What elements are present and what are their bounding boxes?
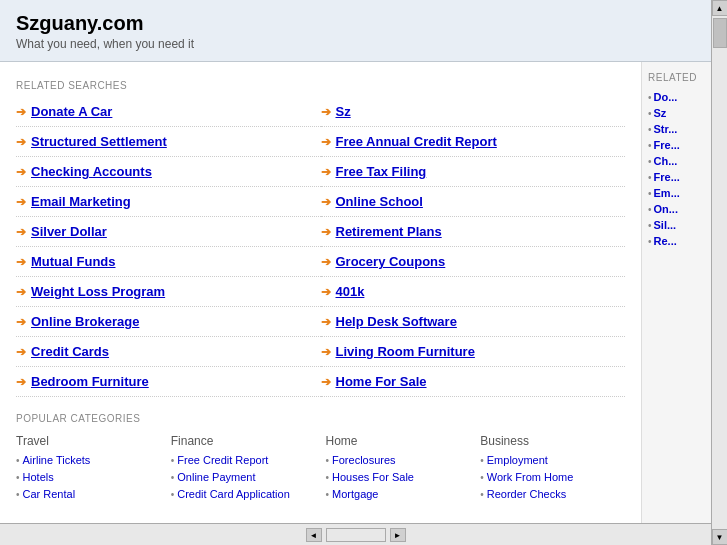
searches-grid: ➔ Donate A Car ➔ Structured Settlement ➔… [0,97,641,397]
arrow-icon: ➔ [16,105,26,119]
popular-col-travel: Travel Airline Tickets Hotels Car Rental [16,434,161,503]
search-link[interactable]: Credit Cards [31,344,109,359]
popular-link[interactable]: Car Rental [23,488,76,500]
list-item: Reorder Checks [480,486,625,501]
sidebar-item: Ch... [648,155,705,167]
vertical-scrollbar[interactable]: ▲ ▼ [711,0,727,545]
search-item: ➔ Free Tax Filing [321,157,626,187]
popular-section: POPULAR CATEGORIES Travel Airline Ticket… [0,397,641,513]
search-item: ➔ Credit Cards [16,337,321,367]
search-item: ➔ Home For Sale [321,367,626,397]
search-link[interactable]: Sz [336,104,351,119]
arrow-icon: ➔ [321,345,331,359]
search-link[interactable]: Weight Loss Program [31,284,165,299]
sidebar-link[interactable]: On... [654,203,678,215]
popular-link[interactable]: Work From Home [487,471,574,483]
popular-link[interactable]: Hotels [23,471,54,483]
search-col-left: ➔ Donate A Car ➔ Structured Settlement ➔… [16,97,321,397]
search-link[interactable]: Mutual Funds [31,254,116,269]
list-item: Foreclosures [326,452,471,467]
scroll-left-button[interactable]: ◄ [306,528,322,542]
search-link[interactable]: Structured Settlement [31,134,167,149]
main-wrapper: RELATED SEARCHES ➔ Donate A Car ➔ Struct… [0,62,711,523]
scrollbar-controls: ◄ ► [306,528,406,542]
arrow-icon: ➔ [16,345,26,359]
popular-link[interactable]: Houses For Sale [332,471,414,483]
sidebar-link[interactable]: Re... [654,235,677,247]
search-link[interactable]: Silver Dollar [31,224,107,239]
sidebar-item: Fre... [648,171,705,183]
search-item: ➔ Mutual Funds [16,247,321,277]
popular-link[interactable]: Free Credit Report [177,454,268,466]
search-item: ➔ Grocery Coupons [321,247,626,277]
scroll-track [712,16,728,529]
search-link[interactable]: Bedroom Furniture [31,374,149,389]
sidebar-link[interactable]: Str... [654,123,678,135]
arrow-icon: ➔ [16,315,26,329]
search-link[interactable]: Retirement Plans [336,224,442,239]
popular-link[interactable]: Airline Tickets [23,454,91,466]
sidebar-link[interactable]: Fre... [654,139,680,151]
search-link[interactable]: Grocery Coupons [336,254,446,269]
arrow-icon: ➔ [16,135,26,149]
popular-link[interactable]: Reorder Checks [487,488,566,500]
scroll-h-track [326,528,386,542]
popular-col-finance-label: Finance [171,434,316,448]
search-link[interactable]: Home For Sale [336,374,427,389]
search-item: ➔ Weight Loss Program [16,277,321,307]
search-item: ➔ Online School [321,187,626,217]
search-link[interactable]: Online Brokerage [31,314,139,329]
site-header: Szguany.com What you need, when you need… [0,0,711,62]
list-item: Free Credit Report [171,452,316,467]
search-item: ➔ Help Desk Software [321,307,626,337]
related-searches-label: RELATED SEARCHES [0,72,641,97]
list-item: Credit Card Application [171,486,316,501]
popular-home-list: Foreclosures Houses For Sale Mortgage [326,452,471,501]
search-item: ➔ Silver Dollar [16,217,321,247]
arrow-icon: ➔ [16,285,26,299]
sidebar-link[interactable]: Sz [654,107,667,119]
search-link[interactable]: Free Tax Filing [336,164,427,179]
sidebar-link[interactable]: Em... [654,187,680,199]
scroll-down-button[interactable]: ▼ [712,529,728,545]
popular-link[interactable]: Mortgage [332,488,378,500]
sidebar-link[interactable]: Sil... [654,219,677,231]
site-subtitle: What you need, when you need it [16,37,695,51]
arrow-icon: ➔ [16,375,26,389]
search-link[interactable]: 401k [336,284,365,299]
search-link[interactable]: Help Desk Software [336,314,457,329]
search-link[interactable]: Donate A Car [31,104,112,119]
scroll-up-button[interactable]: ▲ [712,0,728,16]
search-item: ➔ Free Annual Credit Report [321,127,626,157]
scroll-thumb[interactable] [713,18,727,48]
list-item: Employment [480,452,625,467]
popular-link[interactable]: Online Payment [177,471,255,483]
popular-col-business-label: Business [480,434,625,448]
popular-categories-label: POPULAR CATEGORIES [16,413,625,424]
list-item: Mortgage [326,486,471,501]
search-link[interactable]: Online School [336,194,423,209]
arrow-icon: ➔ [321,375,331,389]
popular-link[interactable]: Employment [487,454,548,466]
arrow-icon: ➔ [321,165,331,179]
search-item: ➔ Living Room Furniture [321,337,626,367]
list-item: Houses For Sale [326,469,471,484]
arrow-icon: ➔ [321,105,331,119]
search-item: ➔ Structured Settlement [16,127,321,157]
search-link[interactable]: Living Room Furniture [336,344,475,359]
popular-col-home: Home Foreclosures Houses For Sale Mortga… [326,434,471,503]
popular-col-finance: Finance Free Credit Report Online Paymen… [171,434,316,503]
search-link[interactable]: Checking Accounts [31,164,152,179]
arrow-icon: ➔ [16,165,26,179]
scroll-right-button[interactable]: ► [390,528,406,542]
sidebar-link[interactable]: Do... [654,91,678,103]
sidebar-link[interactable]: Ch... [654,155,678,167]
search-link[interactable]: Free Annual Credit Report [336,134,497,149]
list-item: Car Rental [16,486,161,501]
sidebar-item: Fre... [648,139,705,151]
popular-link[interactable]: Foreclosures [332,454,396,466]
popular-link[interactable]: Credit Card Application [177,488,290,500]
sidebar-link[interactable]: Fre... [654,171,680,183]
horizontal-scrollbar-bar: ◄ ► [0,523,711,545]
search-link[interactable]: Email Marketing [31,194,131,209]
